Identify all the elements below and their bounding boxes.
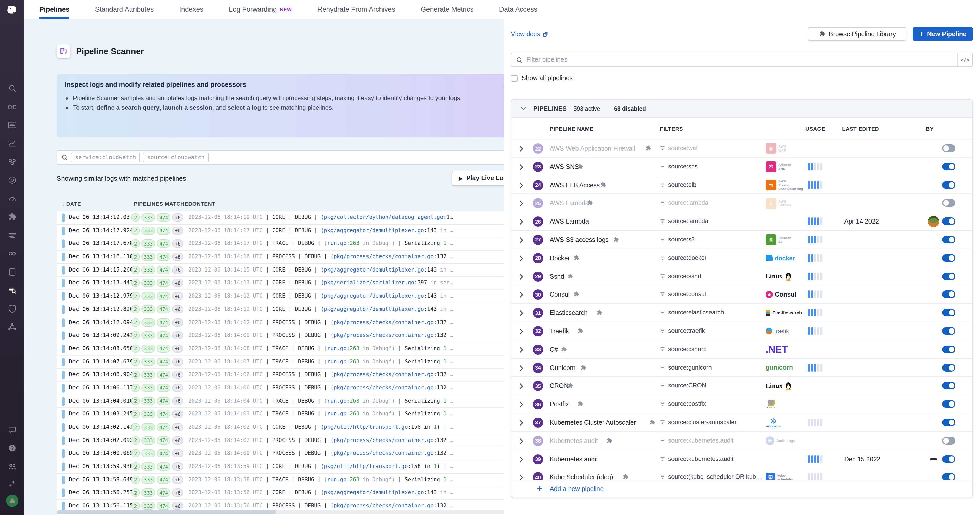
pipeline-name[interactable]: Kubernetes Cluster Autoscaler — [550, 419, 636, 426]
log-row[interactable]: Dec 06 13:13:58.649 2333474+6 2023-12-06… — [57, 474, 504, 487]
pipeline-row[interactable]: 35 CRON source:CRON Linux — [511, 377, 972, 395]
pipeline-enabled-toggle[interactable] — [942, 291, 956, 298]
pipeline-enabled-toggle[interactable] — [942, 181, 956, 189]
infrastructure-icon[interactable] — [0, 154, 24, 170]
log-row[interactable]: Dec 06 13:14:08.650 2333474+6 2023-12-06… — [57, 342, 504, 356]
log-row[interactable]: Dec 06 13:14:17.924 2333474+6 2023-12-06… — [57, 224, 504, 237]
close-icon[interactable] — [503, 81, 504, 88]
pipeline-name[interactable]: Sshd — [550, 273, 564, 280]
pipeline-name[interactable]: AWS S3 access logs — [550, 236, 609, 243]
pipeline-enabled-toggle[interactable] — [942, 272, 956, 280]
log-row[interactable]: Dec 06 13:14:00.065 2333474+6 2023-12-06… — [57, 447, 504, 460]
pipeline-row[interactable]: 26 AWS Lambda source:lambda Apr 14 2022 — [511, 212, 972, 231]
tab-data-access[interactable]: Data Access — [499, 0, 538, 19]
pipeline-row[interactable]: 32 Traefik source:traefik træfik — [511, 322, 972, 340]
pipeline-enabled-toggle[interactable] — [942, 254, 956, 262]
new-pipeline-button[interactable]: + New Pipeline — [913, 27, 973, 41]
pipeline-enabled-toggle[interactable] — [942, 199, 956, 207]
help-icon[interactable]: ? — [0, 440, 24, 456]
pipeline-name[interactable]: C# — [550, 346, 558, 353]
pipeline-row[interactable]: 34 Gunicorn source:gunicorn gunicorn — [511, 359, 972, 377]
log-row[interactable]: Dec 06 13:14:16.116 2333474+6 2023-12-06… — [57, 251, 504, 264]
pipeline-enabled-toggle[interactable] — [942, 455, 956, 463]
expand-chevron-icon[interactable] — [519, 346, 524, 355]
expand-chevron-icon[interactable] — [519, 383, 524, 392]
pipeline-filter[interactable]: source:sshd — [660, 272, 701, 280]
tab-indexes[interactable]: Indexes — [179, 0, 204, 19]
pipeline-filter[interactable]: source:cluster-autoscaler — [660, 418, 737, 426]
logs-icon[interactable] — [0, 227, 24, 243]
pipeline-name[interactable]: Kubernetes audit — [550, 456, 598, 463]
expand-chevron-icon[interactable] — [519, 291, 524, 300]
pipeline-enabled-toggle[interactable] — [942, 418, 956, 426]
pipeline-row[interactable]: 22 AWS Web Application Firewall source:w… — [511, 139, 972, 158]
pipeline-filter[interactable]: source:kubernetes.audit — [660, 437, 733, 444]
pipeline-filter[interactable]: source:gunicorn — [660, 364, 712, 371]
log-row[interactable]: Dec 06 13:14:06.904 2333474+6 2023-12-06… — [57, 369, 504, 382]
pipeline-filter[interactable]: source:lambda — [660, 218, 708, 224]
pipeline-filter[interactable]: source:docker — [660, 254, 707, 261]
pipeline-name[interactable]: Docker — [550, 255, 570, 262]
expand-chevron-icon[interactable] — [519, 218, 524, 227]
expand-chevron-icon[interactable] — [519, 200, 524, 209]
pipeline-enabled-toggle[interactable] — [942, 327, 956, 335]
pipeline-enabled-toggle[interactable] — [942, 163, 956, 170]
pipeline-name[interactable]: Kubernetes audit — [550, 437, 598, 445]
code-view-toggle[interactable]: </> — [957, 53, 972, 66]
pipeline-enabled-toggle[interactable] — [942, 309, 956, 316]
pipeline-filter[interactable]: source:traefik — [660, 327, 705, 334]
checkbox[interactable] — [511, 75, 517, 81]
add-pipeline-row[interactable]: + Add a new pipeline — [511, 480, 972, 498]
pipeline-row[interactable]: 30 Consul source:consul Consul — [511, 286, 972, 304]
dashboards-icon[interactable] — [0, 118, 24, 133]
monitors-gauge-icon[interactable] — [0, 191, 24, 206]
pipeline-row[interactable]: 36 Postfix source:postfix POSTFIX — [511, 395, 972, 413]
pipeline-row[interactable]: 37 Kubernetes Cluster Autoscaler source:… — [511, 413, 972, 432]
datadog-logo[interactable] — [0, 2, 24, 17]
pipeline-name[interactable]: Traefik — [550, 328, 569, 335]
expand-chevron-icon[interactable] — [519, 328, 524, 337]
pipeline-name[interactable]: CRON — [550, 383, 569, 390]
pipeline-name[interactable]: AWS ELB Access — [550, 181, 600, 189]
pipeline-enabled-toggle[interactable] — [942, 145, 956, 152]
tab-rehydrate-from-archives[interactable]: Rehydrate From Archives — [318, 0, 395, 19]
log-row[interactable]: Dec 06 13:14:09.241 2333474+6 2023-12-06… — [57, 329, 504, 342]
pipeline-row[interactable]: 38 Kubernetes audit source:kubernetes.au… — [511, 432, 972, 450]
pipeline-row[interactable]: 40 Kube Scheduler (glog) source:(kube_sc… — [511, 468, 972, 481]
search-icon[interactable] — [0, 81, 24, 96]
pipeline-row[interactable]: 31 Elasticsearch source:elasticsearch El… — [511, 304, 972, 322]
show-all-pipelines-checkbox[interactable]: Show all pipelines — [511, 75, 573, 82]
log-row[interactable]: Dec 06 13:14:02.141 2333474+6 2023-12-06… — [57, 421, 504, 434]
notebooks-icon[interactable] — [0, 264, 24, 280]
tab-standard-attributes[interactable]: Standard Attributes — [95, 0, 154, 19]
pipeline-name[interactable]: Postfix — [550, 401, 569, 408]
apm-icon[interactable] — [0, 173, 24, 188]
log-row[interactable]: Dec 06 13:14:02.092 2333474+6 2023-12-06… — [57, 434, 504, 447]
expand-chevron-icon[interactable] — [519, 456, 524, 465]
log-row[interactable]: Dec 06 13:14:12.094 2333474+6 2023-12-06… — [57, 316, 504, 329]
pipeline-name[interactable]: AWS Lambda — [550, 218, 589, 225]
log-row[interactable]: Dec 06 13:14:15.260 2333474+6 2023-12-06… — [57, 264, 504, 277]
pipeline-enabled-toggle[interactable] — [942, 400, 956, 408]
pipeline-name[interactable]: AWS Lambda — [550, 200, 589, 207]
pipeline-enabled-toggle[interactable] — [942, 218, 956, 225]
pipeline-filter[interactable]: source:(kube_scheduler OR kub… — [660, 474, 762, 480]
log-search-input[interactable]: service:cloudwatchsource:cloudwatch — [57, 150, 504, 165]
expand-chevron-icon[interactable] — [519, 273, 524, 282]
pipeline-filter[interactable]: source:csharp — [660, 345, 707, 353]
expand-chevron-icon[interactable] — [519, 309, 524, 318]
pipeline-enabled-toggle[interactable] — [942, 437, 956, 445]
pipeline-enabled-toggle[interactable] — [942, 236, 956, 243]
expand-chevron-icon[interactable] — [519, 364, 524, 374]
pipeline-filter[interactable]: source:sns — [660, 163, 698, 170]
view-docs-link[interactable]: View docs — [511, 31, 548, 38]
pipeline-name[interactable]: AWS Web Application Firewall — [550, 145, 635, 152]
security-shield-icon[interactable] — [0, 301, 24, 316]
browse-pipeline-library-button[interactable]: Browse Pipeline Library — [808, 27, 907, 41]
log-row[interactable]: Dec 06 13:13:59.930 2333474+6 2023-12-06… — [57, 460, 504, 474]
chevron-down-icon[interactable] — [520, 105, 527, 112]
search-token[interactable]: service:cloudwatch — [71, 153, 140, 162]
watchdog-icon[interactable] — [0, 99, 24, 114]
organization-icon[interactable] — [0, 459, 24, 474]
pipeline-row[interactable]: 25 AWS Lambda source:lambda λAWS Lambda — [511, 194, 972, 213]
